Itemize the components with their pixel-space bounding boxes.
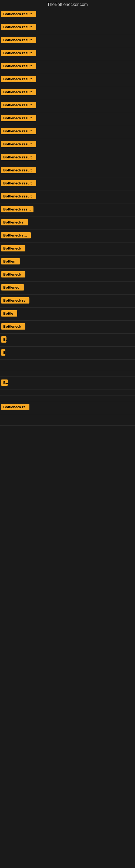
bottleneck-badge[interactable]: Bottleneck resu [1,232,31,239]
result-row: Bottleneck result [0,99,135,112]
result-row: Bottleneck result [0,151,135,164]
result-row [0,360,135,365]
result-row: Bottlen [0,255,135,269]
bottleneck-badge[interactable]: Bottleneck result [1,24,36,30]
result-row [0,365,135,371]
result-row: B [0,347,135,360]
result-row: Bottleneck result [0,86,135,99]
site-title: TheBottlenecker.com [0,0,135,8]
result-row: Bottleneck re [0,401,135,414]
bottleneck-badge[interactable]: Bottleneck [1,271,26,278]
result-row: Bottleneck result [0,60,135,73]
bottleneck-badge[interactable]: Bottleneck [1,323,26,330]
result-row [0,390,135,396]
bottleneck-badge[interactable]: Bottle [1,310,17,316]
result-row: Bottleneck resu [0,229,135,243]
bottleneck-badge[interactable]: Bottleneck re [1,297,30,304]
bottleneck-badge[interactable]: Bottleneck r [1,219,28,225]
bottleneck-badge[interactable]: B [1,349,5,355]
result-row: Bottleneck [0,243,135,255]
bottleneck-badge[interactable]: Bottleneck result [1,206,34,212]
result-row: Bottleneck result [0,138,135,151]
bottleneck-badge[interactable]: B [1,336,6,343]
bottleneck-badge[interactable]: Bo [1,379,8,386]
bottleneck-badge[interactable]: Bottleneck result [1,180,36,186]
result-row: Bottleneck result [0,47,135,60]
bottleneck-badge[interactable]: Bottleneck result [1,128,36,134]
result-row: Bottleneck r [0,216,135,229]
result-row [0,371,135,377]
result-row: Bottle [0,308,135,321]
result-row: Bottleneck result [0,177,135,190]
result-row: Bottleneck result [0,8,135,21]
result-row: Bottleneck result [0,204,135,216]
result-row: Bottleneck result [0,112,135,125]
rows-container: Bottleneck resultBottleneck resultBottle… [0,8,135,426]
bottleneck-badge[interactable]: Bottleneck result [1,89,36,95]
result-row [0,414,135,420]
bottleneck-badge[interactable]: Bottleneck result [1,115,36,121]
result-row: Bottleneck result [0,125,135,138]
result-row: Bottlenec [0,282,135,294]
result-row: Bottleneck result [0,164,135,177]
bottleneck-badge[interactable]: Bottleneck result [1,193,36,199]
result-row: Bottleneck result [0,34,135,47]
result-row: Bottleneck result [0,73,135,86]
result-row: Bottleneck [0,321,135,334]
bottleneck-badge[interactable]: Bottleneck result [1,167,36,173]
result-row [0,396,135,401]
result-row: Bo [0,377,135,390]
result-row: Bottleneck re [0,294,135,308]
bottleneck-badge[interactable]: Bottleneck result [1,141,36,147]
result-row: Bottleneck [0,269,135,282]
bottleneck-badge[interactable]: Bottleneck result [1,50,36,56]
bottleneck-badge[interactable]: Bottleneck re [1,404,30,410]
result-row [0,420,135,426]
result-row: B [0,334,135,347]
site-title-container: TheBottlenecker.com [0,0,135,8]
bottleneck-badge[interactable]: Bottleneck result [1,76,36,82]
result-row: Bottleneck result [0,190,135,204]
bottleneck-badge[interactable]: Bottleneck result [1,154,36,160]
bottleneck-badge[interactable]: Bottlen [1,258,20,265]
bottleneck-badge[interactable]: Bottleneck result [1,37,36,43]
result-row: Bottleneck result [0,21,135,34]
bottleneck-badge[interactable]: Bottleneck [1,245,26,251]
bottleneck-badge[interactable]: Bottleneck result [1,63,36,69]
bottleneck-badge[interactable]: Bottleneck result [1,11,36,17]
bottleneck-badge[interactable]: Bottleneck result [1,102,36,108]
bottleneck-badge[interactable]: Bottlenec [1,284,24,290]
